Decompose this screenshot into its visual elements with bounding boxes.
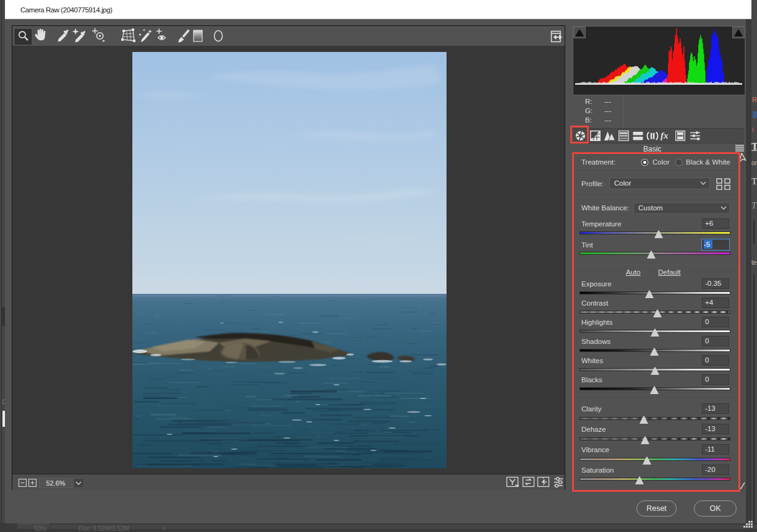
svg-text:fx: fx xyxy=(661,131,669,140)
